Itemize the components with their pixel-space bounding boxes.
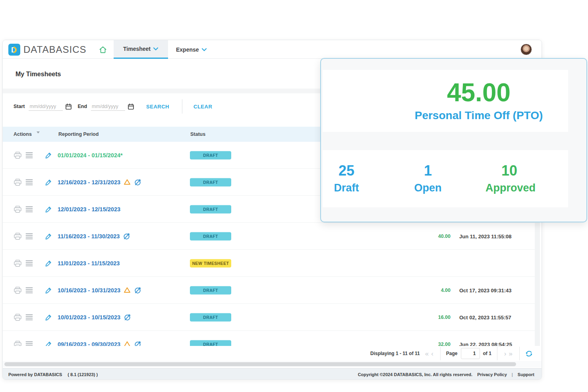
menu-icon[interactable] — [25, 287, 33, 294]
end-date-label: End — [77, 104, 87, 109]
column-header-status[interactable]: Status — [190, 131, 205, 137]
status-cell: NEW TIMESHEET — [190, 259, 231, 267]
start-date-label: Start — [14, 104, 25, 109]
start-date-input[interactable] — [29, 102, 63, 111]
status-badge: DRAFT — [190, 286, 231, 294]
reporting-period-cell: 11/16/2023 - 11/30/2023 — [58, 232, 130, 240]
menu-icon[interactable] — [25, 314, 33, 321]
calendar-icon[interactable] — [128, 103, 134, 110]
stat-label: Draft — [323, 182, 370, 194]
summary-stat-open: 1Open — [404, 164, 452, 194]
status-cell: DRAFT — [190, 286, 231, 294]
next-page-icon[interactable]: › — [503, 350, 508, 357]
status-badge: DRAFT — [190, 232, 231, 240]
edit-icon[interactable] — [45, 314, 52, 321]
reporting-period-link[interactable]: 12/01/2023 - 12/15/2023 — [58, 206, 120, 212]
summary-stat-draft: 25Draft — [323, 164, 370, 194]
version-text: ( 8.1 (121923) ) — [68, 372, 98, 377]
summary-stat-approved: 10Approved — [485, 164, 533, 194]
privacy-policy-link[interactable]: Privacy Policy — [477, 372, 507, 377]
print-icon[interactable] — [14, 205, 22, 213]
print-icon[interactable] — [14, 178, 22, 186]
edit-icon[interactable] — [45, 206, 52, 213]
footer-link-separator: | — [512, 372, 513, 377]
pto-summary-card: 45.00 Personal Time Off (PTO) 25Draft1Op… — [320, 58, 587, 222]
no-clock-icon — [134, 286, 141, 294]
page-number-input[interactable] — [461, 348, 480, 359]
reporting-period-link[interactable]: 12/16/2023 - 12/31/2023 — [58, 179, 120, 185]
clear-button[interactable]: CLEAR — [193, 104, 212, 110]
stat-value: 1 — [404, 164, 452, 178]
edit-icon[interactable] — [45, 152, 52, 159]
tab-timesheet[interactable]: Timesheet — [114, 40, 168, 59]
footer: Powered by DATABASICS ( 8.1 (121923) ) C… — [3, 368, 542, 380]
reporting-period-link[interactable]: 10/01/2023 - 10/15/2023 — [58, 314, 120, 321]
menu-icon[interactable] — [25, 152, 33, 158]
last-page-icon[interactable]: » — [508, 350, 514, 357]
prev-page-icon[interactable]: ‹ — [430, 350, 435, 357]
first-page-icon[interactable]: « — [424, 350, 430, 357]
menu-icon[interactable] — [25, 260, 33, 266]
search-button[interactable]: SEARCH — [146, 104, 169, 110]
horizontal-scrollbar-thumb[interactable] — [4, 362, 516, 366]
timesheet-row: 11/01/2023 - 11/15/2023NEW TIMESHEET — [3, 250, 538, 277]
status-badge: DRAFT — [190, 178, 231, 186]
reporting-period-link[interactable]: 11/01/2023 - 11/15/2023 — [58, 260, 120, 266]
reporting-period-cell: 11/01/2023 - 11/15/2023 — [58, 260, 120, 266]
navbar: D DATABASICS Timesheet Expense — [3, 40, 542, 59]
chevron-down-icon — [201, 48, 207, 52]
reporting-period-cell: 12/16/2023 - 12/31/2023 — [58, 178, 141, 186]
print-icon[interactable] — [14, 232, 22, 240]
tab-expense[interactable]: Expense — [166, 40, 217, 59]
tab-expense-label: Expense — [176, 46, 199, 53]
user-avatar[interactable] — [520, 44, 532, 55]
pto-label: Personal Time Off (PTO) — [415, 109, 543, 122]
databasics-logo-icon: D — [8, 44, 20, 56]
menu-icon[interactable] — [25, 233, 33, 239]
timesheet-row: 11/16/2023 - 11/30/2023DRAFT40.00Jun 11,… — [3, 223, 538, 250]
reporting-period-link[interactable]: 11/16/2023 - 11/30/2023 — [58, 233, 120, 239]
edit-icon[interactable] — [45, 179, 52, 186]
reporting-period-cell: 10/01/2023 - 10/15/2023 — [58, 313, 131, 321]
end-date-input[interactable] — [91, 102, 125, 111]
status-badge: DRAFT — [190, 205, 231, 213]
reporting-period-link[interactable]: 01/01/2024 - 01/15/2024* — [58, 152, 123, 158]
warning-icon — [124, 287, 131, 294]
page-title: My Timesheets — [15, 71, 61, 78]
timesheet-row: 10/16/2023 - 10/31/2023DRAFT4.00Oct 17, … — [3, 277, 538, 304]
edit-icon[interactable] — [45, 287, 52, 294]
refresh-icon[interactable] — [525, 350, 533, 357]
chevron-down-icon — [153, 47, 159, 51]
tab-timesheet-label: Timesheet — [123, 46, 151, 52]
status-badge: DRAFT — [190, 313, 231, 321]
support-link[interactable]: Support — [518, 372, 534, 377]
hours-value: 16.00 — [407, 315, 451, 320]
menu-icon[interactable] — [25, 206, 33, 212]
print-icon[interactable] — [14, 151, 22, 159]
menu-icon[interactable] — [25, 179, 33, 185]
reporting-period-cell: 10/16/2023 - 10/31/2023 — [58, 286, 141, 294]
edit-icon[interactable] — [45, 260, 52, 267]
powered-by-text: Powered by DATABASICS — [8, 372, 62, 377]
brand-name: DATABASICS — [23, 44, 86, 55]
print-icon[interactable] — [14, 259, 22, 267]
home-icon[interactable] — [99, 45, 107, 54]
print-icon[interactable] — [14, 313, 22, 321]
print-icon[interactable] — [14, 286, 22, 294]
edit-icon[interactable] — [45, 233, 52, 240]
no-clock-icon — [123, 232, 130, 240]
pagination-divider — [440, 347, 441, 360]
modified-timestamp: Jun 11, 2023 11:55:08 — [459, 233, 512, 239]
calendar-icon[interactable] — [65, 103, 72, 110]
status-cell: DRAFT — [190, 178, 231, 186]
column-header-actions[interactable]: Actions — [14, 131, 32, 137]
sort-caret-icon[interactable] — [37, 131, 40, 133]
page-label: Page — [446, 351, 458, 356]
pto-total-panel: 45.00 Personal Time Off (PTO) — [323, 70, 568, 132]
column-header-reporting-period[interactable]: Reporting Period — [58, 131, 99, 137]
displaying-count: Displaying 1 - 11 of 11 — [370, 351, 420, 356]
reporting-period-link[interactable]: 10/16/2023 - 10/31/2023 — [58, 287, 120, 294]
no-clock-icon — [124, 313, 131, 321]
stat-value: 10 — [485, 164, 533, 178]
hours-value: 40.00 — [407, 234, 451, 239]
